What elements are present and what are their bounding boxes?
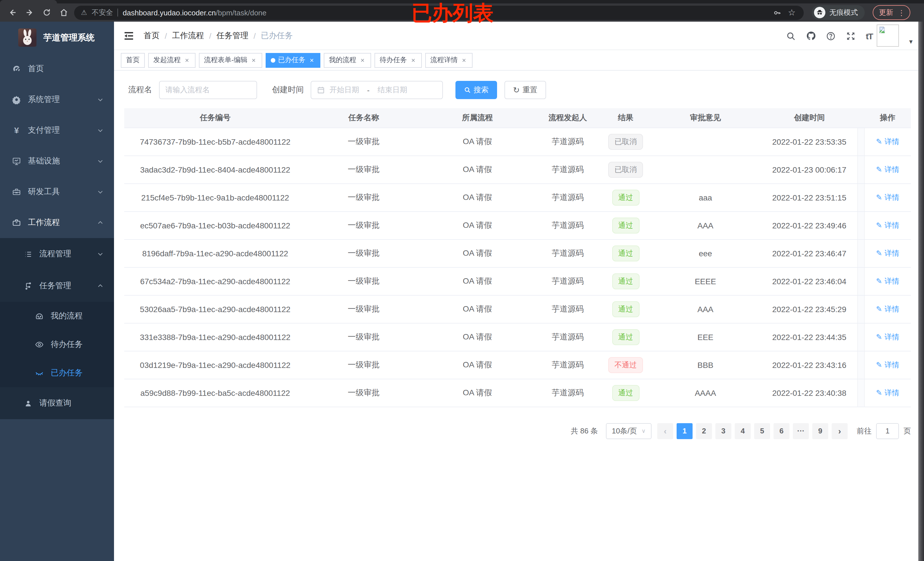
breadcrumb-item[interactable]: 首页 xyxy=(144,30,160,41)
chevron-up-icon xyxy=(97,283,104,289)
close-icon[interactable]: × xyxy=(460,56,467,64)
tab-process-detail[interactable]: 流程详情× xyxy=(425,53,472,67)
tab-done-tasks[interactable]: 已办任务× xyxy=(266,53,320,67)
bookmark-star-icon[interactable]: ☆ xyxy=(787,7,797,18)
sidebar-item-process-management[interactable]: 流程管理 xyxy=(0,238,114,270)
detail-link[interactable]: ✎详情 xyxy=(876,360,900,370)
tab-start-process[interactable]: 发起流程× xyxy=(148,53,195,67)
sidebar-collapse-icon[interactable] xyxy=(123,30,135,41)
page-button-last[interactable]: 9 xyxy=(812,423,828,439)
cell-created: 2022-01-22 23:46:47 xyxy=(762,239,857,267)
avatar[interactable] xyxy=(877,24,899,47)
yen-icon: ¥ xyxy=(12,126,21,135)
detail-link[interactable]: ✎详情 xyxy=(876,164,900,175)
more-pages-button[interactable]: ··· xyxy=(793,423,809,439)
table-gutter xyxy=(857,267,864,295)
page-button-6[interactable]: 6 xyxy=(774,423,789,439)
detail-link[interactable]: ✎详情 xyxy=(876,192,900,202)
sidebar-item-task-management[interactable]: 任务管理 xyxy=(0,270,114,302)
close-icon[interactable]: × xyxy=(410,56,417,64)
breadcrumb-item[interactable]: 任务管理 xyxy=(217,30,249,41)
page-button-3[interactable]: 3 xyxy=(716,423,731,439)
detail-link[interactable]: ✎详情 xyxy=(876,276,900,286)
close-icon[interactable]: × xyxy=(183,56,190,64)
browser-update-button[interactable]: 更新 ⋮ xyxy=(873,5,910,20)
next-page-button[interactable]: › xyxy=(832,423,848,439)
sidebar-item-done-tasks[interactable]: 已办任务 xyxy=(0,359,114,387)
tab-label: 首页 xyxy=(126,55,140,65)
cell-created: 2022-01-22 23:44:35 xyxy=(762,323,857,351)
fullscreen-icon[interactable] xyxy=(846,31,856,41)
sidebar-item-label: 研发工具 xyxy=(28,187,97,197)
breadcrumb-item[interactable]: 工作流程 xyxy=(172,30,204,41)
cell-comment: BBB xyxy=(649,351,762,379)
browser-home-button[interactable] xyxy=(57,6,70,19)
sidebar-item-system[interactable]: 系统管理 xyxy=(0,84,114,115)
sidebar-item-payment[interactable]: ¥ 支付管理 xyxy=(0,115,114,146)
sidebar-item-home[interactable]: 首页 xyxy=(0,54,114,84)
help-icon[interactable] xyxy=(826,31,836,41)
detail-link[interactable]: ✎详情 xyxy=(876,387,900,398)
reset-button[interactable]: ↻ 重置 xyxy=(504,81,546,99)
search-button[interactable]: 搜索 xyxy=(456,81,497,99)
sidebar-item-label: 我的流程 xyxy=(51,311,114,321)
scrollbar[interactable] xyxy=(918,22,924,561)
font-size-icon[interactable]: tT xyxy=(866,31,873,41)
detail-link[interactable]: ✎详情 xyxy=(876,332,900,342)
not-secure-icon: ⚠ xyxy=(81,9,87,16)
tab-process-form-edit[interactable]: 流程表单-编辑× xyxy=(199,53,262,67)
sidebar-item-leave-query[interactable]: 请假查询 xyxy=(0,387,114,419)
sidebar-item-todo-tasks[interactable]: 待办任务 xyxy=(0,330,114,359)
search-button-label: 搜索 xyxy=(474,85,489,95)
search-icon[interactable] xyxy=(786,31,796,41)
browser-forward-button[interactable] xyxy=(23,6,36,19)
tab-home[interactable]: 首页 xyxy=(121,53,145,67)
page-button-4[interactable]: 4 xyxy=(735,423,751,439)
sidebar-item-label: 系统管理 xyxy=(28,94,97,105)
date-range-input[interactable]: 开始日期 - 结束日期 xyxy=(310,81,443,99)
close-icon[interactable]: × xyxy=(359,56,366,64)
github-icon[interactable] xyxy=(806,31,816,41)
tab-todo-tasks[interactable]: 待办任务× xyxy=(375,53,422,67)
process-name-input[interactable]: 请输入流程名 xyxy=(159,81,257,99)
close-icon[interactable]: × xyxy=(308,56,315,64)
tab-label: 流程表单-编辑 xyxy=(204,55,248,65)
page-button-5[interactable]: 5 xyxy=(754,423,770,439)
detail-link[interactable]: ✎详情 xyxy=(876,304,900,314)
url-text: dashboard.yudao.iocoder.cn/bpm/task/done xyxy=(123,8,267,17)
browser-menu-icon[interactable]: ⋮ xyxy=(898,8,905,17)
page-button-2[interactable]: 2 xyxy=(696,423,712,439)
table-row: 8196daff-7b9a-11ec-a290-acde48001122 一级审… xyxy=(124,239,911,267)
prev-page-button[interactable]: ‹ xyxy=(657,423,673,439)
incognito-badge[interactable]: 无痕模式 xyxy=(812,5,865,20)
browser-back-button[interactable] xyxy=(6,6,20,19)
cell-result: 已取消 xyxy=(602,156,649,183)
page-button-1[interactable]: 1 xyxy=(676,423,693,439)
detail-link[interactable]: ✎详情 xyxy=(876,248,900,258)
sidebar-item-devtools[interactable]: 研发工具 xyxy=(0,177,114,207)
detail-link[interactable]: ✎详情 xyxy=(876,136,900,147)
sidebar-item-my-process[interactable]: 我的流程 xyxy=(0,302,114,330)
sidebar-item-workflow[interactable]: 工作流程 xyxy=(0,207,114,238)
active-dot-icon xyxy=(271,58,275,62)
avatar-caret-icon[interactable]: ▾ xyxy=(909,37,913,46)
browser-tab[interactable] xyxy=(0,0,57,3)
browser-reload-button[interactable] xyxy=(40,6,54,19)
password-key-icon[interactable] xyxy=(772,7,782,18)
detail-link[interactable]: ✎详情 xyxy=(876,220,900,230)
logo[interactable]: 芋道管理系统 xyxy=(0,22,114,54)
page-size-select[interactable]: 10条/页 ∨ xyxy=(606,423,651,439)
col-task-name: 任务名称 xyxy=(306,108,421,127)
sidebar-item-infrastructure[interactable]: 基础设施 xyxy=(0,146,114,177)
tab-my-process[interactable]: 我的流程× xyxy=(324,53,371,67)
close-icon[interactable]: × xyxy=(250,56,257,64)
table-gutter xyxy=(857,211,864,239)
edit-icon: ✎ xyxy=(876,221,882,229)
table-gutter xyxy=(857,108,864,127)
sidebar-item-label: 流程管理 xyxy=(39,249,97,259)
cell-task-id: 53026aa5-7b9a-11ec-a290-acde48001122 xyxy=(124,295,306,323)
goto-page-input[interactable]: 1 xyxy=(876,423,899,439)
cell-actions: ✎详情 xyxy=(864,379,911,407)
col-created: 创建时间 xyxy=(762,108,857,127)
table-gutter xyxy=(857,379,864,407)
